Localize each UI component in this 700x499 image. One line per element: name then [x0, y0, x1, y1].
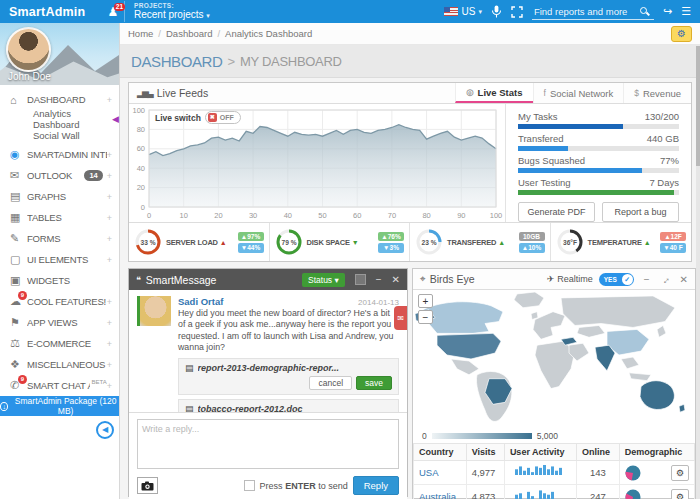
svg-text:10: 10	[180, 211, 188, 220]
sidebar-item-e-commerce[interactable]: ⚖E-COMMERCE+	[0, 333, 119, 354]
camera-icon	[141, 481, 154, 491]
sidebar-item-app-views[interactable]: ⚑APP VIEWS+	[0, 312, 119, 333]
sidebar-item-tables[interactable]: ▦TABLES+	[0, 207, 119, 228]
sidebar-item-outlook[interactable]: ✉OUTLOOK14+	[0, 165, 119, 186]
page-subtitle: MY DASHBOARD	[240, 54, 342, 69]
row-settings-button[interactable]: ⚙	[671, 465, 689, 481]
search-icon[interactable]	[640, 7, 647, 14]
realtime-toggle[interactable]: YES ✓	[599, 273, 634, 286]
zoom-out-button[interactable]: −	[418, 310, 433, 324]
tab-social-network[interactable]: f Social Network	[533, 83, 624, 103]
tab-live-stats[interactable]: ◎ Live Stats	[455, 83, 532, 103]
gauge-arc: 23 %	[415, 228, 443, 256]
language-selector[interactable]: US ▾	[444, 6, 481, 17]
tab-revenue[interactable]: $ Revenue	[623, 83, 691, 103]
map-japan	[657, 325, 666, 337]
map-usa	[437, 333, 501, 359]
search-input[interactable]	[532, 4, 654, 20]
col-demographic[interactable]: Demographic	[619, 444, 694, 461]
country-link[interactable]: Australia	[419, 491, 456, 499]
smartadmin-package-button[interactable]: ↓ SmartAdmin Package (120 MB)	[0, 396, 119, 416]
page-scrollbar[interactable]	[696, 46, 700, 499]
sidebar-item-forms[interactable]: ✎FORMS+	[0, 228, 119, 249]
activity-button[interactable]: ♟ 21	[104, 5, 122, 19]
close-icon[interactable]: ✕	[392, 274, 400, 285]
svg-text:90: 90	[457, 211, 465, 220]
sidebar-item-cool-features-[interactable]: ☁9COOL FEATURES!+	[0, 291, 119, 312]
resize-icon[interactable]: ↔	[657, 272, 672, 287]
widget-toggle-icon[interactable]	[355, 274, 366, 285]
col-visits[interactable]: Visits	[466, 444, 504, 461]
status-label: Status	[308, 275, 332, 285]
breadcrumb-separator: /	[217, 28, 220, 39]
stat-line: Bugs Squashed77%	[518, 155, 679, 166]
attach-photo-button[interactable]	[137, 477, 158, 494]
sidebar-item-smart-chat-api[interactable]: ✆9SMART CHAT APIBETA+	[0, 375, 119, 396]
gauge-badges: ▲76%▼3%	[378, 232, 404, 253]
cell-demographic: ⚙	[619, 485, 694, 499]
new-message-tab[interactable]: ✉	[394, 306, 407, 330]
report-bug-button[interactable]: Report a bug	[602, 202, 679, 222]
minimize-icon[interactable]: −	[644, 274, 650, 285]
sidebar-item-graphs[interactable]: ▤GRAPHS+	[0, 186, 119, 207]
gauge-label: DISK SPACE ▼	[307, 238, 359, 247]
stat-chip: ▲10%	[519, 243, 545, 253]
enter-to-send-checkbox[interactable]	[244, 480, 255, 491]
cancel-button[interactable]: cancel	[309, 376, 352, 390]
sidebar-item-widgets[interactable]: ▣WIDGETS	[0, 270, 119, 291]
ribbon-settings-button[interactable]: ⚙	[671, 26, 692, 42]
row-settings-button[interactable]: ⚙	[671, 489, 689, 499]
breadcrumb-dashboard[interactable]: Dashboard	[166, 28, 212, 39]
reply-footer: Press ENTER to send Reply	[137, 476, 399, 495]
voice-command-icon[interactable]	[491, 5, 502, 18]
stat-chip: ▼3%	[378, 243, 404, 253]
menu-icon[interactable]: ☰	[681, 5, 691, 18]
zoom-in-button[interactable]: +	[418, 294, 433, 308]
live-feeds-widget: ▂▅▃ Live Feeds ◎ Live Stats f Social Net…	[128, 82, 692, 262]
table-header-row: Country Visits User Activity Online Demo…	[414, 444, 695, 461]
minimize-icon[interactable]: −	[376, 274, 382, 285]
birds-eye-widget: ⌖ Birds Eye ✈ Realtime YES ✓ − ↔ ✕ + −	[412, 268, 696, 499]
save-button[interactable]: save	[356, 376, 392, 390]
breadcrumb-home[interactable]: Home	[128, 28, 153, 39]
sidebar-item-smartadmin-intel[interactable]: ◉SMARTADMIN INTEL+	[0, 144, 119, 165]
progress-track	[518, 168, 679, 173]
map-legend: 0 5,000	[413, 428, 695, 443]
sidebar-subitem-social-wall[interactable]: Social Wall	[0, 127, 119, 144]
gauge-server-load: 33 %SERVER LOAD ▲▲97%▼44%	[129, 223, 270, 261]
live-stats-panel: My Tasks130/200Transfered440 GBBugs Squa…	[505, 104, 691, 222]
sidebar-subitem-analytics-dashboard[interactable]: Analytics Dashboard◀	[0, 110, 119, 127]
cell-online: 247	[576, 485, 619, 499]
progress-fill	[518, 190, 674, 195]
tables-icon: ▦	[10, 211, 27, 224]
world-map[interactable]: + −	[413, 290, 695, 428]
live-switch[interactable]: Live switch ✖ OFF	[155, 111, 241, 124]
trend-arrow-icon: ▲	[498, 239, 505, 246]
facebook-icon: f	[544, 88, 546, 98]
col-user-activity[interactable]: User Activity	[504, 444, 576, 461]
message-author[interactable]: Sadi Ortaf	[178, 296, 223, 307]
count-badge: 14	[84, 170, 102, 181]
projects-dropdown[interactable]: PROJECTS: Recent projects ▾	[124, 1, 219, 22]
profile-panel: John Doe	[0, 23, 119, 85]
scrollbar-thumb[interactable]	[696, 46, 700, 166]
avatar[interactable]	[6, 27, 51, 72]
fullscreen-icon[interactable]	[511, 6, 523, 18]
sidebar-collapse-button[interactable]: ◀	[96, 421, 114, 439]
svg-text:0: 0	[141, 203, 145, 212]
breadcrumb-analytics[interactable]: Analytics Dashboard	[225, 28, 312, 39]
country-link[interactable]: USA	[419, 467, 439, 478]
status-dropdown-button[interactable]: Status ▾	[302, 273, 345, 287]
col-country[interactable]: Country	[414, 444, 467, 461]
sidebar-item-miscellaneous[interactable]: ❖MISCELLANEOUS+	[0, 354, 119, 375]
live-switch-toggle[interactable]: ✖ OFF	[205, 111, 241, 124]
expand-icon: +	[107, 95, 112, 105]
reply-input[interactable]	[137, 419, 399, 469]
stat-chip: ▲12F	[660, 232, 686, 242]
sidebar-item-ui-elements[interactable]: ▢UI ELEMENTS+	[0, 249, 119, 270]
close-icon[interactable]: ✕	[680, 274, 688, 285]
generate-pdf-button[interactable]: Generate PDF	[518, 202, 595, 222]
logout-icon[interactable]: ↪	[663, 5, 672, 18]
col-online[interactable]: Online	[576, 444, 619, 461]
reply-button[interactable]: Reply	[353, 476, 399, 495]
